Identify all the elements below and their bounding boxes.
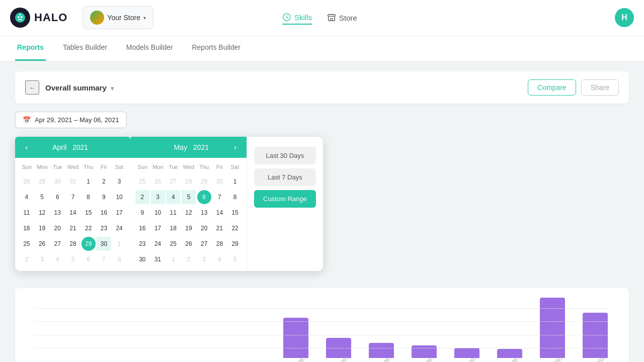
calendar-day[interactable]: 28 — [20, 174, 34, 189]
calendar-day[interactable]: 26 — [182, 237, 196, 251]
calendar-day[interactable]: 30 — [135, 252, 149, 266]
chart-bar[interactable] — [283, 318, 308, 358]
calendar-day[interactable]: 23 — [135, 237, 149, 251]
calendar-day[interactable]: 20 — [50, 221, 64, 235]
calendar-day[interactable]: 25 — [135, 174, 149, 189]
calendar-day[interactable]: 8 — [112, 252, 126, 266]
calendar-day[interactable]: 4 — [50, 252, 64, 266]
chart-bar[interactable] — [583, 313, 608, 358]
calendar-day[interactable]: 17 — [151, 221, 165, 235]
calendar-day[interactable]: 27 — [166, 174, 180, 189]
calendar-day[interactable]: 4 — [20, 190, 34, 204]
chart-bar[interactable] — [540, 298, 565, 358]
avatar[interactable]: H — [615, 8, 634, 27]
compare-button[interactable]: Compare — [528, 79, 576, 96]
calendar-day[interactable]: 4 — [212, 252, 226, 266]
calendar-day[interactable]: 2 — [182, 252, 196, 266]
subnav-tables-builder[interactable]: Tables Builder — [61, 35, 109, 61]
calendar-day[interactable]: 3 — [112, 174, 126, 189]
calendar-day[interactable]: 23 — [97, 221, 111, 235]
calendar-day[interactable]: 27 — [197, 237, 211, 251]
calendar-day[interactable]: 18 — [20, 221, 34, 235]
calendar-day[interactable]: 3 — [35, 252, 49, 266]
prev-month-button[interactable]: ‹ — [22, 142, 31, 153]
subnav-models-builder[interactable]: Models Builder — [124, 35, 175, 61]
calendar-day[interactable]: 28 — [182, 174, 196, 189]
calendar-day[interactable]: 21 — [66, 221, 80, 235]
nav-skills[interactable]: Skills — [282, 11, 312, 25]
nav-store[interactable]: Store — [327, 11, 357, 24]
calendar-day[interactable]: 11 — [20, 206, 34, 220]
custom-range-button[interactable]: Custom Range — [254, 190, 316, 208]
calendar-day[interactable]: 5 — [228, 252, 242, 266]
calendar-day[interactable]: 31 — [66, 174, 80, 189]
calendar-day[interactable]: 19 — [35, 221, 49, 235]
subnav-reports-builder[interactable]: Reports Builder — [190, 35, 243, 61]
calendar-day[interactable]: 1 — [112, 237, 126, 251]
calendar-day[interactable]: 26 — [35, 237, 49, 251]
calendar-day[interactable]: 6 — [82, 252, 96, 266]
calendar-day[interactable]: 5 — [66, 252, 80, 266]
calendar-day[interactable]: 24 — [151, 237, 165, 251]
calendar-day[interactable]: 8 — [82, 190, 96, 204]
calendar-day[interactable]: 16 — [97, 206, 111, 220]
calendar-day[interactable]: 17 — [112, 206, 126, 220]
subnav-reports[interactable]: Reports — [15, 35, 46, 61]
calendar-day[interactable]: 8 — [228, 190, 242, 204]
calendar-day[interactable]: 6 — [197, 190, 211, 204]
calendar-day[interactable]: 19 — [182, 221, 196, 235]
calendar-day[interactable]: 9 — [97, 190, 111, 204]
next-month-button[interactable]: › — [231, 142, 239, 153]
calendar-day[interactable]: 26 — [151, 174, 165, 189]
calendar-day[interactable]: 1 — [228, 174, 242, 189]
calendar-day[interactable]: 5 — [35, 190, 49, 204]
calendar-day[interactable]: 10 — [151, 206, 165, 220]
calendar-day[interactable]: 27 — [50, 237, 64, 251]
calendar-day[interactable]: 2 — [97, 174, 111, 189]
calendar-day[interactable]: 13 — [50, 206, 64, 220]
calendar-day[interactable]: 25 — [166, 237, 180, 251]
last-7-days-button[interactable]: Last 7 Days — [254, 168, 316, 186]
calendar-day[interactable]: 13 — [197, 206, 211, 220]
calendar-day[interactable]: 29 — [197, 174, 211, 189]
last-30-days-button[interactable]: Last 30 Days — [254, 147, 316, 164]
calendar-day[interactable]: 28 — [66, 237, 80, 251]
back-button[interactable]: ← — [25, 80, 39, 95]
calendar-day[interactable]: 22 — [228, 221, 242, 235]
calendar-day[interactable]: 10 — [112, 190, 126, 204]
calendar-day[interactable]: 6 — [50, 190, 64, 204]
calendar-day[interactable]: 2 — [20, 252, 34, 266]
calendar-day[interactable]: 14 — [66, 206, 80, 220]
calendar-day[interactable]: 7 — [97, 252, 111, 266]
calendar-day[interactable]: 7 — [212, 190, 226, 204]
calendar-day[interactable]: 14 — [212, 206, 226, 220]
calendar-day[interactable]: 18 — [166, 221, 180, 235]
calendar-day[interactable]: 31 — [151, 252, 165, 266]
calendar-day[interactable]: 7 — [66, 190, 80, 204]
calendar-day[interactable]: 15 — [228, 206, 242, 220]
calendar-day[interactable]: 12 — [35, 206, 49, 220]
calendar-day[interactable]: 20 — [197, 221, 211, 235]
calendar-day[interactable]: 3 — [151, 190, 165, 204]
calendar-day[interactable]: 5 — [182, 190, 196, 204]
calendar-day[interactable]: 21 — [212, 221, 226, 235]
calendar-day[interactable]: 2 — [135, 190, 149, 204]
date-range-input[interactable]: 📅 Apr 29, 2021 – May 06, 2021 — [15, 112, 127, 128]
store-selector[interactable]: Your Store ▾ — [83, 6, 153, 29]
calendar-day[interactable]: 30 — [50, 174, 64, 189]
calendar-day[interactable]: 22 — [82, 221, 96, 235]
calendar-day[interactable]: 15 — [82, 206, 96, 220]
calendar-day[interactable]: 16 — [135, 221, 149, 235]
calendar-day[interactable]: 29 — [35, 174, 49, 189]
calendar-day[interactable]: 24 — [112, 221, 126, 235]
calendar-day[interactable]: 25 — [20, 237, 34, 251]
calendar-day[interactable]: 29 — [82, 237, 96, 251]
calendar-day[interactable]: 30 — [97, 237, 111, 251]
calendar-day[interactable]: 3 — [197, 252, 211, 266]
calendar-day[interactable]: 4 — [166, 190, 180, 204]
calendar-day[interactable]: 30 — [212, 174, 226, 189]
calendar-day[interactable]: 28 — [212, 237, 226, 251]
calendar-day[interactable]: 12 — [182, 206, 196, 220]
calendar-day[interactable]: 1 — [82, 174, 96, 189]
calendar-day[interactable]: 29 — [228, 237, 242, 251]
